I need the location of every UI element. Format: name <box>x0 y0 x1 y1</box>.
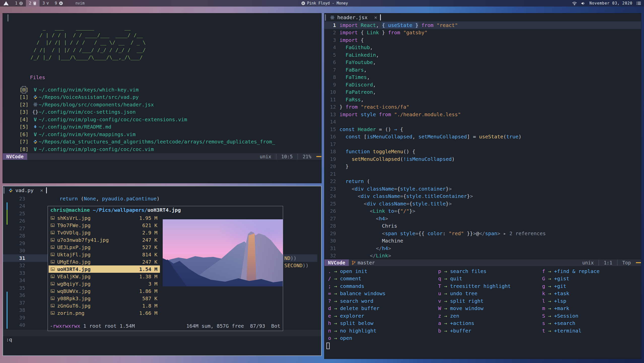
popup-file-item-selected[interactable]: uoH3RT4.jpg1.54 M <box>49 265 160 273</box>
statusline-dashboard: NVCode unix │ 10:5 │ 21% <box>3 153 321 160</box>
window-nvim-vadpy: vad.py × 23 return (None, pyaudio.paCont… <box>3 186 322 356</box>
popup-file-item[interactable]: UktajFl.jpg814 K <box>49 251 160 258</box>
image-file-icon <box>51 296 57 300</box>
recent-file-path: ~/.config/nvim/keys/which-key.vim <box>39 87 139 93</box>
which-key-item[interactable]: b→+buffer <box>438 327 511 335</box>
workspace-2[interactable]: 2 <box>26 0 40 7</box>
popup-file-name: y08Rpk3.jpg <box>57 295 90 301</box>
tab-vadpy[interactable]: vad.py × <box>9 187 43 193</box>
recent-file-item[interactable]: [3]{} ~/.config/nvim/coc-settings.json <box>19 108 319 116</box>
tab-headerjsx[interactable]: header.jsx × <box>330 14 377 20</box>
popup-file-size: 1.8 M <box>142 303 157 309</box>
recent-file-item[interactable]: [2] ~/Repos/blog/src/components/header.j… <box>19 101 319 108</box>
command-line-cursor <box>326 343 330 349</box>
recent-file-item[interactable]: [4]V ~/.config/nvim/plug-config/coc/coc-… <box>19 116 319 123</box>
popup-file-size: 2.9 M <box>142 230 157 236</box>
recent-file-item[interactable]: [1] ~/Repos/VoiceAssistant/src/vad.py <box>19 94 319 101</box>
which-key-item[interactable]: t→+terminal <box>542 327 600 335</box>
arrow-right-icon: → <box>334 276 337 282</box>
which-key-item[interactable]: u→undo tree <box>438 290 511 297</box>
which-key-item[interactable]: a→+actions <box>438 320 511 327</box>
code-line: 12} from "react-icons/fa" <box>324 103 641 111</box>
which-key-item[interactable]: s→+search <box>542 320 600 327</box>
globe-icon <box>19 2 23 5</box>
which-key-item[interactable]: ;→commands <box>328 282 386 290</box>
clock-date[interactable]: November 03, 2020 <box>589 1 632 6</box>
which-key-item[interactable]: l→+lsp <box>542 297 600 305</box>
popup-file-item[interactable]: u7o3nwab7fy41.jpg247 K <box>49 236 160 244</box>
workspace-9[interactable]: 9 <box>52 0 66 7</box>
tab-close-icon[interactable]: × <box>40 187 43 193</box>
popup-file-item[interactable]: y08Rpk3.jpg587 K <box>49 295 160 302</box>
menu-list-icon[interactable] <box>636 2 641 5</box>
popup-current-file: uoH3RT4.jpg <box>147 207 181 213</box>
which-key-item[interactable]: e→explorer <box>328 312 386 320</box>
which-key-item[interactable]: ?→search word <box>328 297 386 305</box>
which-key-item[interactable]: .→open init <box>328 267 386 275</box>
recent-file-item[interactable]: [7] ~/Repos/data_structures_and_algorith… <box>19 138 319 146</box>
recent-file-item[interactable]: [8]V ~/.config/nvim/plug-config/coc/coc.… <box>19 145 319 153</box>
code-area-headerjsx[interactable]: 1import React, { useState } from "react"… <box>324 21 641 259</box>
popup-file-item[interactable]: wqBUWVx.jpg1.86 M <box>49 287 160 295</box>
recent-file-item[interactable]: [5] ~/.config/nvim/README.md <box>19 123 319 131</box>
which-key-item[interactable]: o→open <box>328 335 386 342</box>
code-line: 21 <box>324 170 641 178</box>
which-key-item[interactable]: v→split right <box>438 297 511 305</box>
which-key-item[interactable]: q→quit <box>438 275 511 283</box>
which-key-item[interactable]: h→split below <box>328 320 386 327</box>
which-key-item[interactable]: d→delete buffer <box>328 305 386 312</box>
recent-file-path: ~/.config/nvim/plug-config/coc/coc.vim <box>39 146 154 152</box>
arrow-right-icon: → <box>444 320 447 326</box>
code-line: 25 <div className={style.title}> <box>324 200 641 207</box>
recent-file-item[interactable]: [6]V ~/.config/nvim/keys/mappings.vim <box>19 131 319 138</box>
code-line: 3import { <box>324 36 641 44</box>
volume-icon[interactable] <box>581 2 585 5</box>
image-file-icon <box>51 260 57 264</box>
popup-file-item[interactable]: UEJLpxP.jpg527 K <box>49 244 160 251</box>
recent-file-item[interactable]: [0]V ~/.config/nvim/keys/which-key.vim <box>19 86 319 94</box>
which-key-item[interactable]: k→+task <box>542 290 600 297</box>
now-playing-text[interactable]: Pink Floyd - Money <box>307 1 348 6</box>
workspace-1[interactable]: 1 <box>12 0 26 7</box>
which-key-item[interactable]: p→search files <box>438 267 511 275</box>
image-file-icon <box>51 267 57 271</box>
which-key-item[interactable]: /→comment <box>328 275 386 283</box>
which-key-item[interactable]: =→balance windows <box>328 290 386 297</box>
image-file-icon <box>51 216 57 220</box>
statusline-percent: 21% <box>303 154 311 159</box>
which-key-item[interactable]: T→treesitter highlight <box>438 282 511 290</box>
popup-file-item[interactable]: zorin.png1.66 M <box>49 309 160 317</box>
which-key-item[interactable]: n→no highlight <box>328 327 386 335</box>
recent-file-path: ~/Repos/blog/src/components/header.jsx <box>39 102 154 108</box>
wifi-icon[interactable] <box>572 2 577 5</box>
which-key-item[interactable]: m→+mark <box>542 305 600 312</box>
arrow-right-icon: → <box>548 283 551 289</box>
code-line: 19 setMenuCollapsed(!isMenuCollapsed) <box>324 155 641 163</box>
workspaces: 123V9 <box>12 0 66 7</box>
popup-file-item[interactable]: shKsVrL.jpg1.95 M <box>49 214 160 222</box>
code-line: 13import style from "./header.module.les… <box>324 111 641 118</box>
tab-close-icon[interactable]: × <box>374 14 377 20</box>
popup-file-item[interactable]: TvOVDlq.jpg2.9 M <box>49 229 160 236</box>
popup-file-item[interactable]: zGnGuT6.jpg1.8 M <box>49 302 160 309</box>
arrow-right-icon: → <box>444 283 447 289</box>
arrow-right-icon: → <box>334 305 337 311</box>
arch-logo-icon[interactable] <box>4 1 9 5</box>
popup-file-item[interactable]: UMgEfAo.jpg247 K <box>49 258 160 265</box>
popup-file-size: 247 K <box>142 259 157 265</box>
code-line: 22 return ( <box>324 178 641 185</box>
which-key-item[interactable]: f→+find & replace <box>542 267 600 275</box>
popup-file-item[interactable]: T9o7FWe.jpg621 K <box>49 222 160 229</box>
command-line[interactable]: :q <box>6 337 12 343</box>
which-key-item[interactable]: S→+Session <box>542 312 600 320</box>
popup-file-item[interactable]: wgBqiyY.jpg3 M <box>49 280 160 287</box>
popup-file-item[interactable]: VEaljKW.jpg1.38 M <box>49 273 160 280</box>
workspace-3[interactable]: 3V <box>40 0 52 7</box>
which-key-item[interactable]: g→+git <box>542 282 600 290</box>
which-key-item[interactable]: G→+gist <box>542 275 600 283</box>
window-nvim-dashboard: _ ___ ______ __ / | / / | / / ____/___ _… <box>3 13 322 183</box>
which-key-item[interactable]: W→move window <box>438 305 511 312</box>
recent-file-path: ~/.config/nvim/README.md <box>39 124 111 130</box>
popup-file-size: 814 K <box>142 252 157 258</box>
which-key-item[interactable]: z→zen <box>438 312 511 320</box>
